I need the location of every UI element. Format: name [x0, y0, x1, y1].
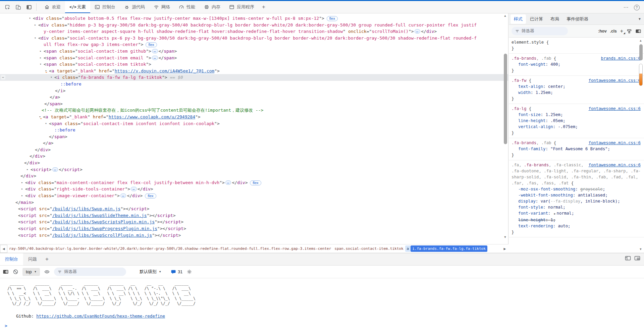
console-sidebar-toggle-icon[interactable]: [3, 269, 9, 275]
flex-badge[interactable]: flex: [250, 180, 261, 185]
dom-tree-row[interactable]: ull flex flex-row gap-3 items-center">fl…: [0, 41, 508, 48]
dom-tree-row[interactable]: ▾ˇ<span class="social-contact-item iconf…: [0, 120, 508, 127]
dom-tree-row[interactable]: ▸<div class="main-content-container flex…: [0, 179, 508, 186]
styles-tab-事件侦听器[interactable]: 事件侦听器: [563, 14, 592, 24]
css-property[interactable]: font-family: "Font Awesome 6 Brands";: [512, 146, 641, 152]
css-property[interactable]: line-height: 1;: [512, 217, 641, 223]
expand-ellipsis-button[interactable]: …: [225, 180, 231, 185]
stylesheet-source-link[interactable]: brands.min.css:6: [601, 55, 641, 61]
expand-arrow-icon[interactable]: ▸: [20, 179, 24, 186]
tab-network[interactable]: 网络: [149, 1, 174, 13]
dom-tree-row-selected[interactable]: ▾ˇ⋯<i class="fa-brands fa-fw fa-lg fa-ti…: [0, 74, 508, 81]
scroll-down-icon[interactable]: ▼: [503, 235, 507, 239]
dom-tree-row[interactable]: </a>: [0, 94, 508, 101]
css-rule[interactable]: fontawesome.min.css:6.fa-lg {font-size: …: [509, 104, 644, 138]
expand-ellipsis-button[interactable]: …: [52, 167, 58, 172]
tab-sources[interactable]: 源代码: [120, 1, 149, 13]
css-property[interactable]: display: var(--fa-display, inline-block)…: [512, 198, 641, 204]
styles-tab-已计算[interactable]: 已计算: [527, 14, 546, 24]
expand-arrow-icon[interactable]: ▸: [25, 166, 30, 173]
flex-badge[interactable]: flex: [327, 16, 338, 21]
expand-arrow-icon[interactable]: ▸: [38, 55, 43, 61]
collapse-arrow-icon[interactable]: ▾: [49, 74, 54, 81]
collapse-arrow-icon[interactable]: ▾: [28, 15, 32, 22]
dom-tree-row[interactable]: <script src="/build/js/libs/Swup.min.js"…: [0, 206, 508, 212]
log-level-selector[interactable]: 默认级别 ▼: [140, 269, 161, 275]
stylesheet-source-link[interactable]: fontawesome.min.css:6: [589, 140, 641, 146]
styles-tab-布局[interactable]: 布局: [547, 14, 562, 24]
css-property[interactable]: font-variant: ▶normal;: [512, 210, 641, 217]
dom-tree-row[interactable]: <script src="/build/js/libs/SwupScrollPl…: [0, 232, 508, 239]
more-options-icon[interactable]: ⋯: [621, 3, 631, 12]
css-property[interactable]: -moz-osx-font-smoothing: grayscale;: [512, 186, 641, 192]
chevron-down-icon[interactable]: ▼: [638, 17, 641, 21]
dom-tree-row[interactable]: y-center items-center aspect-square h-fu…: [0, 28, 508, 35]
elements-scrollbar-thumb[interactable]: [504, 54, 507, 144]
breadcrumb-item[interactable]: a: [405, 245, 411, 252]
customize-drawer-icon[interactable]: [625, 255, 631, 261]
css-property[interactable]: font-style: normal;: [512, 204, 641, 210]
expand-arrow-icon[interactable]: ▸: [20, 186, 24, 192]
dom-tree-row[interactable]: ::before: [0, 81, 508, 88]
dom-tree-row[interactable]: ▸<div class="image-viewer-container">…</…: [0, 192, 508, 199]
dom-tree-row[interactable]: ▾<a target="_blank" href="https://www.co…: [0, 114, 508, 120]
dom-tree-row[interactable]: </main>: [0, 199, 508, 206]
tab-console[interactable]: 控制台: [90, 1, 120, 13]
new-style-rule-button[interactable]: +◢: [620, 28, 623, 34]
drawer-tab-控制台[interactable]: 控制台: [0, 253, 23, 265]
breadcrumb-item[interactable]: ray-500\/40.backdrop-blur-lg.border.bord…: [7, 245, 333, 252]
console-prompt[interactable]: >: [0, 319, 644, 328]
console-settings-gear-icon[interactable]: [186, 269, 192, 275]
css-property[interactable]: -webkit-font-smoothing: antialiased;: [512, 192, 641, 198]
paint-format-icon[interactable]: [627, 29, 632, 34]
expand-ellipsis-button[interactable]: …: [415, 29, 421, 34]
dom-tree-row[interactable]: ▾<div class="social-contacts px-6 py-3 b…: [0, 35, 508, 42]
breadcrumb-item[interactable]: span.social-contact-item.tiktok: [333, 245, 405, 252]
clear-console-icon[interactable]: [13, 269, 18, 275]
tab-elements[interactable]: </>元素: [65, 1, 90, 13]
styles-tab-样式[interactable]: 样式: [511, 14, 526, 24]
expand-ellipsis-button[interactable]: …: [120, 193, 126, 198]
console-filter-input[interactable]: 筛选器: [54, 268, 126, 276]
dom-tree-row[interactable]: <script src="/build/js/libs/SwupSlideThe…: [0, 212, 508, 219]
live-expression-eye-icon[interactable]: [44, 269, 50, 275]
styles-scroll-up-icon[interactable]: ▲: [638, 39, 643, 42]
css-rule[interactable]: fontawesome.min.css:6.fa-fw {text-align:…: [509, 76, 644, 104]
tab-welcome[interactable]: 欢迎: [40, 1, 65, 13]
css-property[interactable]: font-size: 1.25em;: [512, 112, 641, 118]
expand-arrow-icon[interactable]: ▸: [38, 48, 43, 55]
expand-value-icon[interactable]: ▶: [554, 212, 556, 215]
styles-scroll-down-icon[interactable]: ▼: [638, 247, 643, 251]
collapse-drawer-icon[interactable]: [634, 255, 641, 261]
expand-arrow-icon[interactable]: ▸: [20, 192, 24, 199]
dock-side-icon[interactable]: [24, 2, 34, 12]
css-property[interactable]: width: 1.25em;: [512, 90, 641, 96]
dom-tree-row[interactable]: </div>: [0, 160, 508, 166]
dom-tree-row[interactable]: <script src="/build/js/libs/SwupScriptsP…: [0, 219, 508, 225]
css-property[interactable]: text-rendering: auto;: [512, 223, 641, 229]
dom-tree-row[interactable]: </div>: [0, 147, 508, 153]
stylesheet-source-link[interactable]: fontawesome.min.css:6: [589, 162, 641, 168]
toggle-element-state-button[interactable]: :hov: [598, 29, 606, 34]
css-rule[interactable]: fontawesome.min.css:6.fa, .fa-brands, .f…: [509, 160, 644, 237]
node-more-actions-icon[interactable]: ⋯: [1, 75, 5, 79]
stylesheet-source-link[interactable]: fontawesome.min.css:6: [589, 106, 641, 112]
breadcrumb-scroll-right-icon[interactable]: ▶: [501, 245, 508, 253]
dom-tree-row[interactable]: ▾<a target="_blank" href="https://v.douy…: [0, 68, 508, 74]
expand-ellipsis-button[interactable]: …: [131, 187, 137, 191]
more-tabs-button[interactable]: +: [259, 1, 269, 13]
dom-tree-row[interactable]: ▸<div class="right-side-tools-container"…: [0, 186, 508, 192]
styles-filter-input[interactable]: 筛选器: [512, 27, 568, 35]
dom-tree-row[interactable]: ▸<script>…</script>: [0, 166, 508, 173]
dom-tree-row[interactable]: <!-- 次格式可能会引起两种嵌套存在，如icon的css中写了content后…: [0, 107, 508, 114]
css-rule[interactable]: element.style {}: [509, 38, 644, 54]
expand-ellipsis-button[interactable]: …: [152, 49, 158, 53]
breadcrumb-item-selected[interactable]: i.fa-brands.fa-fw.fa-lg.fa-tiktok: [411, 245, 487, 252]
expand-ellipsis-button[interactable]: …: [152, 56, 158, 60]
dom-tree-row[interactable]: ▾<div class="absolute bottom-0.5 flex fl…: [0, 15, 508, 22]
dom-tree-row[interactable]: </div>: [0, 173, 508, 179]
inspect-element-icon[interactable]: [3, 2, 12, 12]
styles-scrollbar-thumb[interactable]: [639, 44, 643, 60]
dom-tree-row[interactable]: ▸<div class="hidden p-3 bg-gray-300/50 d…: [0, 22, 508, 29]
tab-performance[interactable]: 性能: [174, 1, 200, 13]
